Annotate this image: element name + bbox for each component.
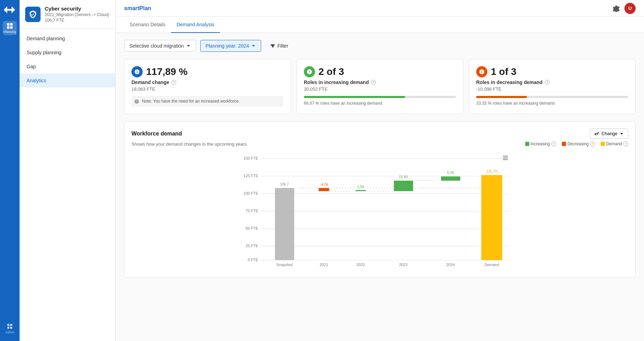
topbar: smartPlan U — [116, 0, 644, 17]
kpi-increasing-header: 2 of 3 — [304, 66, 456, 77]
legend-demand: Demand ? — [601, 141, 628, 146]
nav-items: Demand planning Supply planning Gap Anal… — [20, 29, 115, 90]
bar-2024 — [441, 176, 460, 181]
main-content: smartPlan U Scenario Details Demand Anal… — [116, 0, 644, 341]
kpi-demand-change: 117,89 % Demand change ? 19,083 FTE Note… — [124, 59, 291, 114]
filter-button[interactable]: Filter — [265, 40, 293, 51]
kpi-decreasing-info-icon[interactable]: ? — [545, 80, 550, 85]
kpi-demand-note: Note: You have the need for an increased… — [131, 96, 284, 107]
app-logo[interactable] — [3, 3, 17, 17]
kpi-demand-value: 117,89 % — [146, 66, 187, 77]
legend-decreasing-dot — [562, 142, 566, 146]
y-label-150: 150 FTE — [243, 156, 258, 160]
nav-item-gap[interactable]: Gap — [20, 60, 115, 74]
bar-demand-label: 125.79 — [486, 169, 497, 173]
x-label-demand: Demand — [485, 263, 499, 267]
legend-increasing: Increasing ? — [525, 141, 556, 146]
kpi-decreasing-label: Roles in decreasing demand ? — [476, 79, 628, 85]
workforce-chart: 150 FTE 125 FTE 100 FTE 75 FTE 50 FTE 25… — [131, 153, 628, 269]
tab-scenario-details[interactable]: Scenario Details — [124, 17, 171, 33]
nav-panel: Cyber security 2021_Migration (Servers -… — [20, 0, 116, 341]
chart-description: Shows how your demand changes in the upc… — [131, 141, 248, 147]
scenario-dropdown[interactable]: Selective cloud migration — [124, 40, 196, 52]
y-label-75: 75 FTE — [245, 209, 258, 213]
legend-increasing-dot — [525, 142, 529, 146]
svg-rect-6 — [7, 327, 9, 329]
sidebar-admin-label: Admin — [5, 330, 14, 334]
year-chevron-icon — [251, 43, 256, 48]
chart-svg-wrap: 150 FTE 125 FTE 100 FTE 75 FTE 50 FTE 25… — [131, 153, 628, 270]
legend-increasing-info-icon[interactable]: ? — [551, 141, 556, 146]
chart-menu-icon[interactable] — [503, 156, 508, 160]
topbar-right: U — [610, 3, 636, 14]
bar-2023 — [394, 181, 413, 191]
year-dropdown[interactable]: Planning year: 2024 — [200, 40, 262, 52]
tab-demand-analysis[interactable]: Demand Analysis — [171, 17, 220, 33]
project-info: Cyber security 2021_Migration (Servers -… — [45, 6, 109, 23]
legend-demand-info-icon[interactable]: ? — [623, 141, 628, 146]
bar-snapshot-label: 106.7 — [280, 182, 289, 186]
chart-card: Workforce demand Change Shows how your d… — [124, 121, 636, 278]
bar-2022-label: 1.54 — [357, 185, 364, 189]
project-title: Cyber security — [45, 6, 109, 12]
project-icon — [25, 7, 41, 22]
kpi-demand-icon — [131, 66, 143, 77]
bar-2021-label: -4.74 — [320, 183, 328, 187]
bar-2023-label: 15.83 — [399, 175, 408, 179]
tabs: Scenario Details Demand Analysis — [116, 17, 644, 33]
bar-2022 — [356, 190, 366, 191]
chart-title: Workforce demand — [131, 131, 182, 137]
bar-demand — [481, 175, 502, 260]
settings-icon[interactable] — [610, 3, 622, 14]
kpi-increasing-label: Roles in increasing demand ? — [304, 79, 456, 85]
kpi-decreasing-progress-text: 33,33 % roles have an increasing demand — [476, 101, 628, 106]
bar-2024-label: 6.46 — [447, 171, 454, 175]
kpi-roles-increasing: 2 of 3 Roles in increasing demand ? 30,0… — [296, 59, 463, 114]
svg-rect-7 — [10, 327, 12, 329]
kpi-row: 117,89 % Demand change ? 19,083 FTE Note… — [124, 59, 636, 114]
sidebar-icons: Planning Admin — [0, 0, 20, 341]
kpi-increasing-sub: 30,052 FTE — [304, 86, 456, 92]
kpi-demand-info-icon[interactable]: ? — [171, 80, 176, 85]
x-label-2022: 2022 — [356, 263, 365, 267]
kpi-demand-sub: 19,083 FTE — [131, 86, 284, 92]
x-label-2023: 2023 — [399, 263, 407, 267]
legend-decreasing-info-icon[interactable]: ? — [590, 141, 595, 146]
kpi-increasing-info-icon[interactable]: ? — [371, 80, 376, 85]
chart-header: Workforce demand Change — [131, 128, 628, 139]
kpi-increasing-progress-bar — [304, 96, 456, 98]
y-label-0: 0 FTE — [248, 258, 258, 262]
content-area: Selective cloud migration Planning year:… — [116, 33, 644, 285]
bar-snapshot — [275, 188, 294, 260]
nav-item-demand-planning[interactable]: Demand planning — [20, 32, 115, 46]
bar-2021 — [319, 188, 329, 191]
chart-view-chevron-icon — [620, 132, 624, 136]
y-label-125: 125 FTE — [243, 174, 258, 178]
kpi-decreasing-icon — [476, 66, 487, 77]
legend-demand-dot — [601, 142, 605, 146]
sidebar-planning-icon[interactable]: Planning — [3, 21, 17, 35]
nav-item-supply-planning[interactable]: Supply planning — [20, 46, 115, 60]
user-avatar[interactable]: U — [624, 3, 636, 14]
svg-rect-2 — [7, 26, 9, 29]
legend-decreasing: Decreasing ? — [562, 141, 595, 146]
sidebar-planning-label: Planning — [3, 30, 16, 34]
kpi-decreasing-progress-bar — [476, 96, 628, 98]
x-label-2021: 2021 — [320, 263, 328, 267]
svg-rect-1 — [10, 23, 13, 26]
kpi-roles-decreasing: 1 of 3 Roles in decreasing demand ? -10,… — [469, 59, 636, 114]
kpi-demand-label: Demand change ? — [131, 79, 284, 85]
project-subtitle: 2021_Migration (Servers -> Cloud) — [45, 12, 109, 17]
sidebar-admin-icon[interactable]: Admin — [3, 321, 17, 335]
filter-bar: Selective cloud migration Planning year:… — [124, 40, 636, 52]
scenario-chevron-icon — [186, 43, 191, 48]
project-header: Cyber security 2021_Migration (Servers -… — [20, 0, 115, 29]
filter-icon — [270, 43, 275, 48]
chart-view-icon — [594, 131, 599, 136]
chart-view-button[interactable]: Change — [590, 128, 628, 139]
kpi-increasing-value: 2 of 3 — [319, 66, 344, 77]
nav-item-analytics[interactable]: Analytics — [20, 74, 115, 88]
kpi-demand-header: 117,89 % — [131, 66, 284, 77]
chart-controls: Change — [590, 128, 628, 139]
x-label-snapshot: Snapshot — [276, 263, 292, 267]
